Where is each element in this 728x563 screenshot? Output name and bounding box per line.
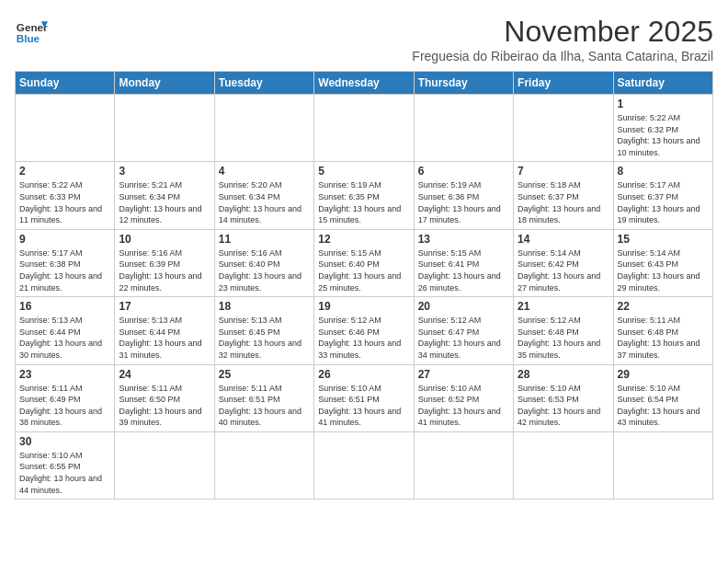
calendar-cell	[115, 431, 214, 499]
calendar-cell: 17Sunrise: 5:13 AM Sunset: 6:44 PM Dayli…	[115, 297, 214, 364]
calendar-cell: 10Sunrise: 5:16 AM Sunset: 6:39 PM Dayli…	[115, 229, 214, 296]
day-info: Sunrise: 5:13 AM Sunset: 6:44 PM Dayligh…	[19, 315, 110, 361]
calendar-cell: 25Sunrise: 5:11 AM Sunset: 6:51 PM Dayli…	[214, 364, 313, 431]
calendar-cell	[16, 95, 115, 162]
day-info: Sunrise: 5:10 AM Sunset: 6:51 PM Dayligh…	[318, 383, 409, 429]
day-number: 9	[19, 233, 110, 246]
day-number: 28	[518, 368, 609, 381]
day-number: 4	[219, 165, 310, 178]
calendar-week-1: 1Sunrise: 5:22 AM Sunset: 6:32 PM Daylig…	[16, 95, 713, 162]
day-info: Sunrise: 5:10 AM Sunset: 6:55 PM Dayligh…	[19, 450, 110, 496]
day-number: 6	[418, 165, 509, 178]
day-info: Sunrise: 5:17 AM Sunset: 6:38 PM Dayligh…	[19, 247, 110, 293]
day-number: 7	[518, 165, 609, 178]
day-info: Sunrise: 5:11 AM Sunset: 6:48 PM Dayligh…	[618, 315, 709, 361]
day-info: Sunrise: 5:12 AM Sunset: 6:48 PM Dayligh…	[518, 315, 609, 361]
calendar-cell: 21Sunrise: 5:12 AM Sunset: 6:48 PM Dayli…	[514, 297, 613, 364]
calendar-week-4: 16Sunrise: 5:13 AM Sunset: 6:44 PM Dayli…	[16, 297, 713, 364]
day-number: 13	[418, 233, 509, 246]
day-info: Sunrise: 5:17 AM Sunset: 6:37 PM Dayligh…	[618, 179, 709, 225]
day-number: 30	[19, 435, 110, 448]
day-info: Sunrise: 5:10 AM Sunset: 6:53 PM Dayligh…	[518, 383, 609, 429]
day-number: 17	[119, 300, 210, 313]
day-number: 2	[19, 165, 110, 178]
calendar-cell: 7Sunrise: 5:18 AM Sunset: 6:37 PM Daylig…	[514, 162, 613, 229]
day-number: 5	[318, 165, 409, 178]
day-info: Sunrise: 5:16 AM Sunset: 6:39 PM Dayligh…	[119, 247, 210, 293]
calendar-week-3: 9Sunrise: 5:17 AM Sunset: 6:38 PM Daylig…	[16, 229, 713, 296]
day-info: Sunrise: 5:13 AM Sunset: 6:44 PM Dayligh…	[119, 315, 210, 361]
calendar-cell: 29Sunrise: 5:10 AM Sunset: 6:54 PM Dayli…	[613, 364, 712, 431]
calendar-cell: 1Sunrise: 5:22 AM Sunset: 6:32 PM Daylig…	[613, 95, 712, 162]
calendar-cell: 8Sunrise: 5:17 AM Sunset: 6:37 PM Daylig…	[613, 162, 712, 229]
day-number: 16	[19, 300, 110, 313]
calendar-cell	[214, 95, 313, 162]
day-info: Sunrise: 5:15 AM Sunset: 6:40 PM Dayligh…	[318, 247, 409, 293]
calendar-cell	[214, 431, 313, 499]
calendar-cell	[613, 431, 712, 499]
day-number: 8	[618, 165, 709, 178]
logo: General Blue	[15, 15, 48, 48]
day-number: 18	[219, 300, 310, 313]
day-info: Sunrise: 5:15 AM Sunset: 6:41 PM Dayligh…	[418, 247, 509, 293]
calendar-cell: 28Sunrise: 5:10 AM Sunset: 6:53 PM Dayli…	[514, 364, 613, 431]
weekday-header-row: SundayMondayTuesdayWednesdayThursdayFrid…	[16, 72, 713, 95]
day-number: 3	[119, 165, 210, 178]
calendar-table: SundayMondayTuesdayWednesdayThursdayFrid…	[15, 71, 713, 500]
day-info: Sunrise: 5:10 AM Sunset: 6:52 PM Dayligh…	[418, 383, 509, 429]
day-number: 11	[219, 233, 310, 246]
calendar-cell: 26Sunrise: 5:10 AM Sunset: 6:51 PM Dayli…	[314, 364, 414, 431]
calendar-cell: 13Sunrise: 5:15 AM Sunset: 6:41 PM Dayli…	[414, 229, 513, 296]
weekday-header-wednesday: Wednesday	[314, 72, 414, 95]
day-number: 24	[119, 368, 210, 381]
calendar-cell: 23Sunrise: 5:11 AM Sunset: 6:49 PM Dayli…	[16, 364, 115, 431]
calendar-cell	[414, 95, 513, 162]
calendar-cell	[115, 95, 214, 162]
calendar-cell: 4Sunrise: 5:20 AM Sunset: 6:34 PM Daylig…	[214, 162, 313, 229]
weekday-header-saturday: Saturday	[613, 72, 712, 95]
calendar-cell	[414, 431, 513, 499]
calendar-cell: 12Sunrise: 5:15 AM Sunset: 6:40 PM Dayli…	[314, 229, 414, 296]
month-title: November 2025	[412, 15, 713, 49]
calendar-week-2: 2Sunrise: 5:22 AM Sunset: 6:33 PM Daylig…	[16, 162, 713, 229]
day-info: Sunrise: 5:18 AM Sunset: 6:37 PM Dayligh…	[518, 179, 609, 225]
calendar-cell: 11Sunrise: 5:16 AM Sunset: 6:40 PM Dayli…	[214, 229, 313, 296]
calendar-cell: 15Sunrise: 5:14 AM Sunset: 6:43 PM Dayli…	[613, 229, 712, 296]
day-number: 15	[618, 233, 709, 246]
day-number: 19	[318, 300, 409, 313]
day-number: 29	[618, 368, 709, 381]
svg-text:Blue: Blue	[17, 32, 40, 44]
day-info: Sunrise: 5:20 AM Sunset: 6:34 PM Dayligh…	[219, 179, 310, 225]
day-info: Sunrise: 5:11 AM Sunset: 6:50 PM Dayligh…	[119, 383, 210, 429]
weekday-header-sunday: Sunday	[16, 72, 115, 95]
day-number: 21	[518, 300, 609, 313]
calendar-cell: 20Sunrise: 5:12 AM Sunset: 6:47 PM Dayli…	[414, 297, 513, 364]
calendar-cell: 16Sunrise: 5:13 AM Sunset: 6:44 PM Dayli…	[16, 297, 115, 364]
calendar-cell: 22Sunrise: 5:11 AM Sunset: 6:48 PM Dayli…	[613, 297, 712, 364]
calendar-cell	[314, 95, 414, 162]
calendar-cell	[514, 431, 613, 499]
calendar-week-6: 30Sunrise: 5:10 AM Sunset: 6:55 PM Dayli…	[16, 431, 713, 499]
day-number: 10	[119, 233, 210, 246]
calendar-cell: 6Sunrise: 5:19 AM Sunset: 6:36 PM Daylig…	[414, 162, 513, 229]
day-info: Sunrise: 5:13 AM Sunset: 6:45 PM Dayligh…	[219, 315, 310, 361]
calendar-week-5: 23Sunrise: 5:11 AM Sunset: 6:49 PM Dayli…	[16, 364, 713, 431]
day-info: Sunrise: 5:11 AM Sunset: 6:49 PM Dayligh…	[19, 383, 110, 429]
weekday-header-thursday: Thursday	[414, 72, 513, 95]
day-info: Sunrise: 5:19 AM Sunset: 6:36 PM Dayligh…	[418, 179, 509, 225]
day-info: Sunrise: 5:11 AM Sunset: 6:51 PM Dayligh…	[219, 383, 310, 429]
day-info: Sunrise: 5:14 AM Sunset: 6:43 PM Dayligh…	[618, 247, 709, 293]
day-number: 22	[618, 300, 709, 313]
calendar-cell: 19Sunrise: 5:12 AM Sunset: 6:46 PM Dayli…	[314, 297, 414, 364]
location-title: Freguesia do Ribeirao da Ilha, Santa Cat…	[412, 49, 713, 63]
calendar-cell: 3Sunrise: 5:21 AM Sunset: 6:34 PM Daylig…	[115, 162, 214, 229]
calendar-cell: 9Sunrise: 5:17 AM Sunset: 6:38 PM Daylig…	[16, 229, 115, 296]
day-info: Sunrise: 5:14 AM Sunset: 6:42 PM Dayligh…	[518, 247, 609, 293]
day-info: Sunrise: 5:10 AM Sunset: 6:54 PM Dayligh…	[618, 383, 709, 429]
day-number: 25	[219, 368, 310, 381]
weekday-header-tuesday: Tuesday	[214, 72, 313, 95]
weekday-header-friday: Friday	[514, 72, 613, 95]
calendar-cell: 2Sunrise: 5:22 AM Sunset: 6:33 PM Daylig…	[16, 162, 115, 229]
calendar-cell	[314, 431, 414, 499]
calendar-cell: 27Sunrise: 5:10 AM Sunset: 6:52 PM Dayli…	[414, 364, 513, 431]
